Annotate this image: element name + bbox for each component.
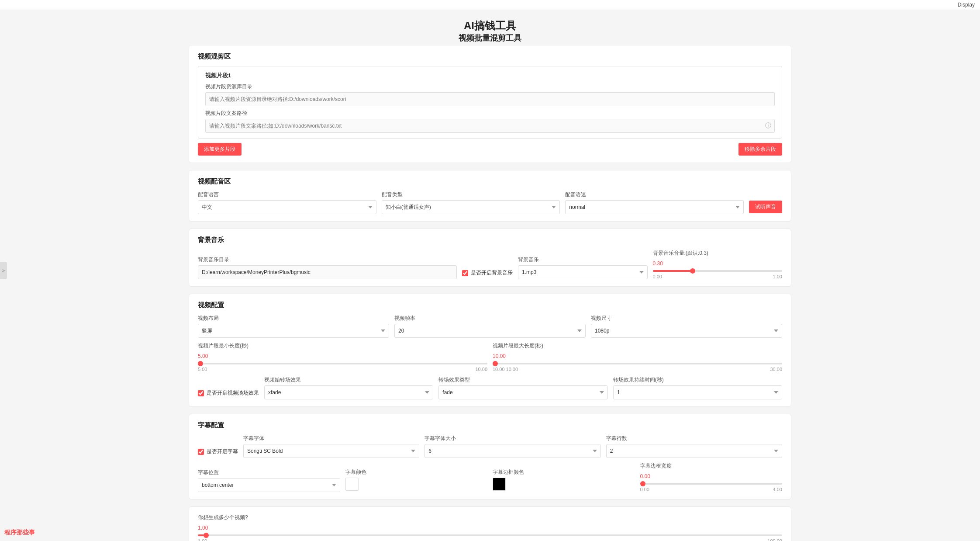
font-size-select[interactable]: 6 8 10 12 14: [424, 444, 600, 458]
min-clip-label: 视频片段最小长度(秒): [198, 342, 487, 350]
bgmusic-section: 背景音乐 背景音乐目录 是否开启背景音乐 背景音乐 1.mp3 2.mp3: [189, 229, 791, 287]
clip-buttons-row: 添加更多片段 移除多余片段: [198, 143, 782, 156]
mode-label: 视频布局: [198, 315, 389, 322]
lang-label: 配音语言: [198, 191, 376, 198]
min-clip-value: 5.00: [198, 353, 487, 359]
stroke-width-label: 字幕行数: [606, 435, 782, 442]
fps-label: 视频帧率: [394, 315, 586, 322]
resolution-label: 视频尺寸: [591, 315, 782, 322]
video-mix-section: 视频混剪区 视频片段1 视频片段资源库目录 视频片段文案路径 ⓘ 添加更多片段 …: [189, 45, 791, 163]
max-clip-value: 10.00: [493, 353, 782, 359]
transition-start-select[interactable]: xfade fade dissolve: [264, 385, 433, 399]
count-label: 你想生成多少个视频?: [198, 514, 782, 521]
resource-dir-input[interactable]: [205, 92, 775, 106]
subtitle-title: 字幕配置: [198, 421, 782, 430]
enable-fade-checkbox[interactable]: [198, 390, 204, 396]
stroke-slider[interactable]: [640, 483, 783, 485]
max-clip-slider-container: 10.00 10.00 10.00 30.00: [493, 351, 782, 372]
stroke-label: 字幕边框宽度: [640, 462, 783, 470]
position-select[interactable]: bottom center top center center: [198, 478, 340, 492]
stroke-slider-container: 0.00 0.00 4.00: [640, 472, 783, 492]
sidebar-toggle[interactable]: >: [0, 262, 7, 279]
bgmusic-enable-checkbox-label[interactable]: 是否开启背景音乐: [462, 269, 513, 277]
stroke-range-labels: 0.00 4.00: [640, 487, 783, 492]
video-config-section: 视频配置 视频布局 竖屏 横屏 方形 视频帧率 20 24 30 60: [189, 294, 791, 407]
bgmusic-music-select[interactable]: 1.mp3 2.mp3: [518, 265, 648, 279]
min-clip-slider-container: 5.00 5.00 10.00: [198, 351, 487, 372]
page-title-sub: 视频批量混剪工具: [189, 33, 791, 43]
count-range-labels: 1.00 100.00: [198, 538, 782, 541]
page-title-main: AI搞钱工具: [189, 19, 791, 33]
lang-select[interactable]: 中文 英文 日文: [198, 200, 376, 214]
bgmusic-music-label: 背景音乐: [518, 256, 648, 264]
subtitle-enable-checkbox[interactable]: [198, 449, 204, 455]
video-config-title: 视频配置: [198, 301, 782, 309]
bgmusic-enable-checkbox[interactable]: [462, 270, 468, 276]
top-bar: Display: [0, 0, 980, 10]
video-clip1-card: 视频片段1 视频片段资源库目录 视频片段文案路径 ⓘ: [198, 66, 782, 139]
preview-audio-button[interactable]: 试听声音: [749, 201, 782, 213]
enable-fade-checkbox-label[interactable]: 是否开启视频淡场效果: [198, 389, 259, 397]
page-title-block: AI搞钱工具 视频批量混剪工具: [189, 19, 791, 43]
subtitle-enable-label: 是否开启字幕: [207, 448, 238, 455]
enable-fade-label: 是否开启视频淡场效果: [207, 389, 259, 397]
font-select[interactable]: Songti SC Bold SimHei Microsoft YaHei: [243, 444, 419, 458]
transition-start-label: 视频始转场效果: [264, 376, 433, 384]
count-value: 1.00: [198, 525, 782, 531]
count-slider[interactable]: [198, 534, 782, 536]
resource-dir-label: 视频片段资源库目录: [205, 83, 775, 90]
transition-end-label: 转场效果类型: [438, 376, 607, 384]
transition-end-select[interactable]: fade xfade dissolve: [438, 385, 607, 399]
count-slider-container: 1.00 1.00 100.00: [198, 523, 782, 541]
speed-select[interactable]: normal slow fast: [565, 200, 744, 214]
script-path-input[interactable]: [205, 119, 775, 133]
resolution-select[interactable]: 1080p 720p 480p: [591, 324, 782, 338]
video-config-row2: 视频片段最小长度(秒) 5.00 5.00 10.00 视频片段最大长度(秒) …: [198, 342, 782, 372]
remove-clip-button[interactable]: 移除多余片段: [738, 143, 782, 156]
outline-color-swatch-black[interactable]: [493, 478, 506, 491]
footer-brand: 程序那些事: [4, 529, 35, 537]
generate-section: 你想生成多少个视频? 1.00 1.00 100.00 生成视频: [189, 506, 791, 541]
video-mix-title: 视频混剪区: [198, 52, 782, 61]
mode-select[interactable]: 竖屏 横屏 方形: [198, 324, 389, 338]
bgmusic-title: 背景音乐: [198, 236, 782, 244]
stroke-value: 0.00: [640, 473, 783, 479]
color-label: 字幕颜色: [345, 468, 488, 476]
bgmusic-dir-label: 背景音乐目录: [198, 256, 457, 264]
bgmusic-volume-value: 0.30: [653, 260, 783, 267]
position-label: 字幕位置: [198, 469, 340, 476]
bgmusic-volume-range-labels: 0.00 1.00: [653, 274, 783, 279]
font-label: 字幕字体: [243, 435, 419, 442]
transition-duration-select[interactable]: 1 2 0.5: [613, 385, 782, 399]
bgmusic-volume-label: 背景音乐音量:(默认:0.3): [653, 250, 783, 257]
voice-label: 配音类型: [382, 191, 560, 198]
fps-select[interactable]: 20 24 30 60: [394, 324, 586, 338]
max-clip-slider[interactable]: [493, 363, 782, 364]
bgmusic-dir-input[interactable]: [198, 265, 457, 279]
audio-section: 视频配音区 配音语言 中文 英文 日文 配音类型 知小白(普通话女声) 知小明(…: [189, 170, 791, 222]
display-label: Display: [958, 2, 975, 8]
font-size-label: 字幕字体大小: [424, 435, 600, 442]
max-clip-range-labels: 10.00 10.00 30.00: [493, 367, 782, 372]
bgmusic-volume-slider-container: 0.30 0.00 1.00: [653, 259, 783, 279]
min-clip-slider[interactable]: [198, 363, 487, 364]
audio-section-title: 视频配音区: [198, 177, 782, 186]
script-path-label: 视频片段文案路径: [205, 110, 775, 117]
min-clip-range-labels: 5.00 10.00: [198, 367, 487, 372]
bgmusic-volume-slider[interactable]: [653, 270, 783, 272]
subtitle-enable-checkbox-label[interactable]: 是否开启字幕: [198, 448, 238, 455]
speed-label: 配音语速: [565, 191, 744, 198]
voice-select[interactable]: 知小白(普通话女声) 知小明(普通话男声): [382, 200, 560, 214]
bgmusic-enable-label: 是否开启背景音乐: [471, 269, 513, 277]
color-swatch-white[interactable]: [345, 478, 359, 491]
outline-color-label: 字幕边框颜色: [493, 468, 635, 476]
max-clip-label: 视频片段最大长度(秒): [493, 342, 782, 350]
stroke-width-select[interactable]: 1 2 3: [606, 444, 782, 458]
subtitle-section: 字幕配置 是否开启字幕 字幕字体 Songti SC Bold SimHei M…: [189, 414, 791, 499]
add-clip-button[interactable]: 添加更多片段: [198, 143, 242, 156]
info-icon: ⓘ: [765, 122, 771, 130]
video-clip1-title: 视频片段1: [205, 72, 775, 80]
video-config-row1: 视频布局 竖屏 横屏 方形 视频帧率 20 24 30 60 视频尺寸: [198, 315, 782, 338]
transition-duration-label: 转场效果持续时间(秒): [613, 376, 782, 384]
